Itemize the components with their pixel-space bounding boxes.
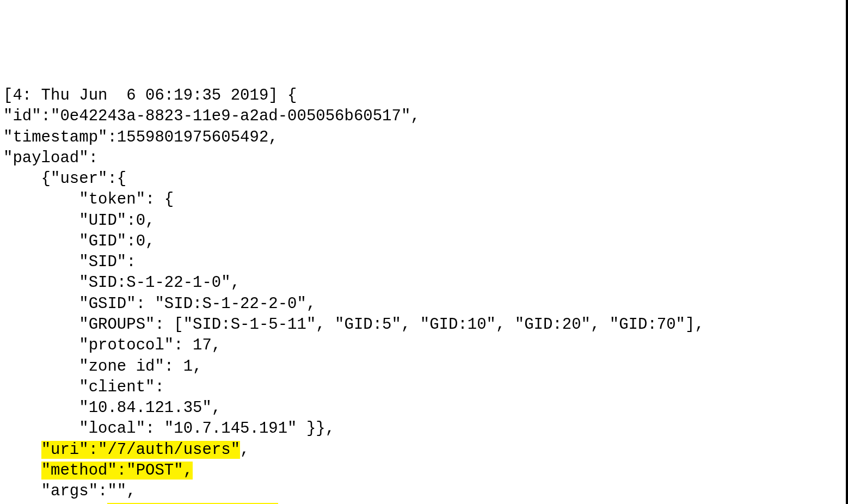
json-sid-value: "SID:S-1-22-1-0", (3, 274, 240, 292)
json-zone-id: "zone id": 1, (3, 358, 202, 376)
json-user-open: {"user":{ (3, 170, 126, 188)
json-sid-key: "SID": (3, 253, 136, 271)
json-id-line: "id":"0e42243a-8823-11e9-a2ad-005056b605… (3, 107, 420, 125)
log-header: [4: Thu Jun 6 06:19:35 2019] { (3, 87, 297, 105)
json-protocol: "protocol": 17, (3, 336, 221, 354)
code-block: [4: Thu Jun 6 06:19:35 2019] { "id":"0e4… (3, 85, 843, 504)
json-args: "args":"", (3, 482, 136, 500)
json-groups: "GROUPS": ["SID:S-1-5-11", "GID:5", "GID… (3, 316, 704, 334)
json-method-highlighted: "method":"POST", (41, 462, 193, 480)
json-payload-key: "payload": (3, 149, 98, 167)
json-uri-prefix (3, 441, 41, 459)
json-token-open: "token": { (3, 190, 174, 208)
json-gid: "GID":0, (3, 232, 155, 250)
json-uid: "UID":0, (3, 212, 155, 230)
json-gsid: "GSID": "SID:S-1-22-2-0", (3, 295, 316, 313)
json-local: "local": "10.7.145.191" }}, (3, 420, 335, 438)
json-timestamp-line: "timestamp":1559801975605492, (3, 128, 278, 146)
json-uri-highlighted: "uri":"/7/auth/users" (41, 441, 240, 459)
json-method-prefix (3, 462, 41, 480)
json-client-value: "10.84.121.35", (3, 399, 221, 417)
json-uri-suffix: , (240, 441, 249, 459)
json-client-key: "client": (3, 378, 164, 396)
